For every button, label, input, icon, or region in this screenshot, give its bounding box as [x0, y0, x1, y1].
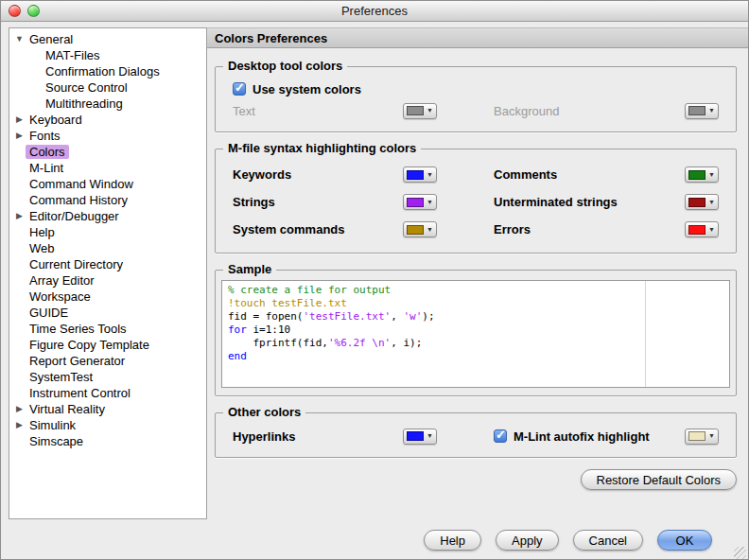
close-button[interactable]: [9, 5, 21, 17]
hyperlinks-label: Hyperlinks: [233, 429, 403, 444]
system-commands-color-dropdown[interactable]: ▼: [403, 221, 437, 237]
sidebar-item-label: Virtual Reality: [26, 402, 109, 416]
chevron-down-icon: ▼: [708, 225, 715, 235]
code-segment-keyword: end: [228, 350, 247, 362]
syntax-label: Unterminated strings: [494, 195, 681, 209]
sidebar-item-multithreading[interactable]: Multithreading: [9, 96, 206, 112]
sidebar-item-time-series-tools[interactable]: Time Series Tools: [9, 321, 206, 337]
window-controls: [9, 5, 40, 17]
other-colors-group: Other colors Hyperlinks ▼ M-Lint autofix…: [215, 412, 737, 458]
sidebar-item-figure-copy-template[interactable]: Figure Copy Template: [9, 337, 206, 353]
code-line: % create a file for output: [228, 284, 723, 297]
sidebar-item-label: Fonts: [26, 129, 64, 143]
sidebar-item-systemtest[interactable]: SystemTest: [9, 369, 206, 385]
sidebar-item-label: Keyboard: [26, 113, 86, 127]
syntax-color-rows: Keywords▼Comments▼Strings▼Unterminated s…: [233, 161, 719, 243]
sidebar-item-label: General: [26, 32, 77, 46]
code-segment-string: 'w': [403, 310, 422, 323]
code-line: !touch testFile.txt: [228, 297, 723, 310]
sidebar-item-fonts[interactable]: ▶Fonts: [9, 128, 206, 144]
syntax-label: System commands: [233, 222, 403, 236]
text-color-dropdown[interactable]: ▼: [403, 103, 437, 119]
keywords-color-swatch: [407, 170, 424, 180]
sidebar-item-label: Workspace: [26, 289, 95, 304]
system-commands-color-swatch: [407, 225, 424, 235]
chevron-down-icon: ▼: [708, 198, 715, 207]
sidebar-item-guide[interactable]: GUIDE: [9, 305, 206, 321]
sidebar-item-editor-debugger[interactable]: ▶Editor/Debugger: [9, 208, 206, 224]
sidebar-item-command-window[interactable]: Command Window: [9, 176, 206, 192]
use-system-colors-label: Use system colors: [253, 82, 361, 96]
disclosure-triangle-icon[interactable]: ▼: [13, 31, 26, 47]
sidebar-item-m-lint[interactable]: M-Lint: [9, 160, 206, 176]
chevron-down-icon: ▼: [427, 431, 433, 441]
zoom-button[interactable]: [27, 5, 40, 17]
chevron-down-icon: ▼: [708, 106, 715, 115]
sidebar-item-general[interactable]: ▼General: [9, 31, 206, 47]
disclosure-triangle-icon[interactable]: ▶: [13, 128, 26, 144]
strings-color-dropdown[interactable]: ▼: [403, 194, 437, 210]
sidebar-item-label: Colors: [26, 145, 69, 159]
syntax-label: Errors: [494, 222, 681, 236]
sidebar-item-virtual-reality[interactable]: ▶Virtual Reality: [9, 401, 206, 417]
mlint-autofix-row: M-Lint autofix highlight: [494, 426, 681, 446]
resize-grip-icon[interactable]: [734, 547, 746, 559]
panel-header: Colors Preferences: [207, 27, 748, 48]
sidebar-item-label: GUIDE: [26, 306, 72, 320]
group-title: M-file syntax highlighting colors: [223, 141, 421, 155]
unterminated-strings-color-dropdown[interactable]: ▼: [685, 194, 719, 210]
sidebar-item-colors[interactable]: Colors: [9, 144, 206, 160]
sidebar-item-label: Help: [26, 225, 59, 239]
group-title: Other colors: [223, 405, 305, 419]
restore-default-colors-button[interactable]: Restore Default Colors: [581, 469, 738, 490]
sidebar-item-source-control[interactable]: Source Control: [9, 79, 206, 96]
ok-button[interactable]: OK: [657, 530, 712, 551]
syntax-label: Comments: [494, 167, 681, 182]
sidebar-item-simulink[interactable]: ▶Simulink: [9, 417, 206, 433]
code-line: fid = fopen('testFile.txt', 'w');: [228, 310, 723, 324]
editor-margin-line: [645, 281, 646, 387]
mlint-autofix-checkbox[interactable]: [494, 429, 507, 443]
sidebar-item-label: Web: [26, 241, 59, 255]
disclosure-triangle-icon[interactable]: ▶: [13, 417, 26, 433]
sidebar-item-current-directory[interactable]: Current Directory: [9, 256, 206, 272]
sidebar-item-help[interactable]: Help: [9, 224, 206, 240]
disclosure-triangle-icon[interactable]: ▶: [13, 112, 26, 128]
disclosure-triangle-icon[interactable]: ▶: [13, 208, 26, 224]
use-system-colors-checkbox[interactable]: [233, 82, 246, 96]
syntax-colors-group: M-file syntax highlighting colors Keywor…: [215, 149, 737, 254]
help-button[interactable]: Help: [424, 530, 481, 551]
sidebar-item-confirmation-dialogs[interactable]: Confirmation Dialogs: [9, 63, 206, 79]
cancel-button[interactable]: Cancel: [573, 530, 643, 551]
strings-color-swatch: [407, 198, 424, 207]
hyperlinks-color-dropdown[interactable]: ▼: [403, 429, 437, 445]
sidebar-item-workspace[interactable]: Workspace: [9, 289, 206, 305]
errors-color-dropdown[interactable]: ▼: [685, 221, 719, 237]
sidebar-item-mat-files[interactable]: MAT-Files: [9, 47, 206, 63]
restore-row: Restore Default Colors: [215, 469, 737, 490]
sidebar-item-report-generator[interactable]: Report Generator: [9, 353, 206, 369]
window-title: Preferences: [341, 4, 408, 18]
sidebar-item-web[interactable]: Web: [9, 240, 206, 256]
background-color-dropdown[interactable]: ▼: [685, 103, 719, 119]
disclosure-triangle-icon[interactable]: ▶: [13, 401, 26, 417]
apply-button[interactable]: Apply: [496, 530, 559, 551]
sidebar-item-label: M-Lint: [26, 161, 67, 175]
chevron-down-icon: ▼: [427, 106, 433, 115]
sidebar-item-array-editor[interactable]: Array Editor: [9, 272, 206, 289]
mlint-autofix-color-dropdown[interactable]: ▼: [685, 429, 719, 445]
sidebar-item-keyboard[interactable]: ▶Keyboard: [9, 112, 206, 128]
code-segment-text: i=1:10: [247, 324, 290, 336]
code-line: end: [228, 350, 723, 363]
sidebar-item-instrument-control[interactable]: Instrument Control: [9, 385, 206, 401]
syntax-color-row: Strings▼Unterminated strings▼: [233, 188, 719, 216]
titlebar: Preferences: [1, 1, 748, 22]
keywords-color-dropdown[interactable]: ▼: [403, 166, 437, 183]
sidebar-item-simscape[interactable]: Simscape: [9, 433, 206, 449]
sidebar-item-label: Command History: [26, 193, 131, 207]
sidebar-item-command-history[interactable]: Command History: [9, 192, 206, 208]
comments-color-dropdown[interactable]: ▼: [685, 166, 719, 183]
sidebar-item-label: MAT-Files: [42, 48, 104, 62]
background-label: Background: [494, 104, 681, 118]
code-segment-string: '%6.2f \n': [328, 337, 391, 349]
